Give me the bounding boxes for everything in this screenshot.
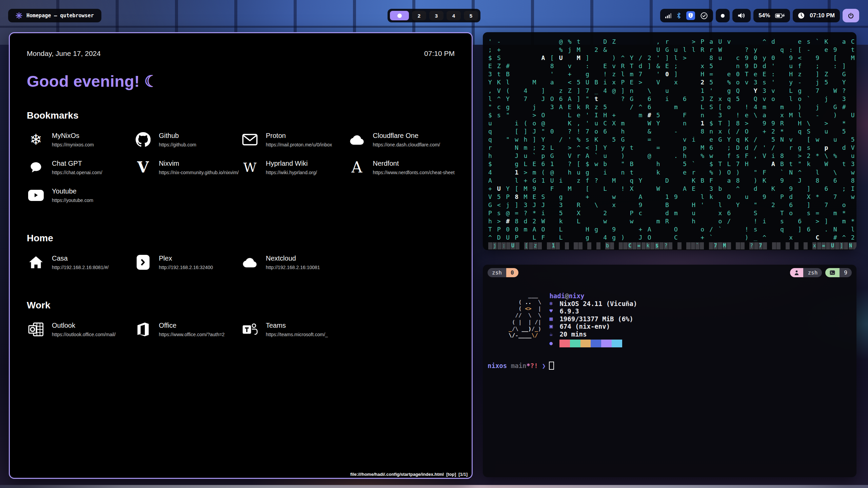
matrix-row: 4 1>m(@ hug i nt k er %)O) "F `N^ l \ wn… [488, 168, 851, 177]
workspace-button-active[interactable] [390, 11, 409, 20]
tray-battery-chip[interactable]: 54% [753, 9, 790, 22]
matrix-row: $ gLE61 ?[$wb "B h 5` $TL7H ABt"k W t3k … [488, 160, 851, 168]
matrix-row: Ps@=?*i 5 X 2 Pc dm u x6 S To s= m* 5 ME [488, 209, 851, 217]
chat-bubble-icon [27, 161, 45, 174]
bookmark-link[interactable]: Outlookhttps://outlook.office.com/mail/ [27, 322, 134, 337]
tmux-statusbar: zsh 0 zsh 9 [488, 268, 852, 277]
workspace-button-4[interactable]: 4 [447, 11, 461, 20]
qutebrowser-statusbar: file:///home/hadi/.config/startpage/inde… [350, 472, 468, 477]
network-signal-icon [665, 13, 671, 18]
prompt-arrow: ❯ [538, 362, 546, 369]
cmatrix-terminal-window: '- @%t DZ ,r >PaUv ^d es`K aC]4 K;+ %jM … [483, 32, 856, 250]
tray-clock-chip[interactable]: 07:10 PM [793, 9, 840, 22]
power-button[interactable] [843, 9, 859, 22]
plex-chevron-icon [134, 255, 152, 270]
letter-v-icon: V [134, 160, 152, 175]
office-icon [134, 322, 152, 337]
check-circle-icon [700, 12, 708, 20]
bookmark-name: Plex [159, 255, 213, 262]
bookmark-url: https://nix-community.github.io/nixvim/ [159, 170, 239, 175]
bookmark-name: Nextcloud [266, 255, 320, 262]
bookmark-link[interactable]: Youtubehttps://youtube.com [27, 187, 134, 203]
clock-label: 07:10 PM [810, 12, 835, 19]
startpage-sections: Bookmarks❄MyNixOshttps://mynixos.comGith… [27, 110, 455, 337]
workspace-button-3[interactable]: 3 [429, 11, 443, 20]
fastfetch-info-row: ▣674 (nix-env) [549, 323, 637, 330]
matrix-row: "cg j 3AEkRz5 /^6 m LS[o !4m m ) j G# L … [488, 103, 851, 111]
section-title: Bookmarks [27, 110, 455, 121]
color-swatch [601, 340, 612, 347]
fastfetch-host: nixy [569, 292, 585, 300]
bookmark-link[interactable]: ❄MyNixOshttps://mynixos.com [27, 132, 134, 147]
bookmark-text: Officehttps://www.office.com/?auth=2 [159, 322, 225, 337]
bookmark-link[interactable]: Casahttp://192.168.2.16:8081/#/ [27, 255, 134, 270]
fastfetch-swatches [559, 340, 622, 347]
bookmark-url: https://teams.microsoft.com/_ [266, 332, 328, 337]
tray-status-icons[interactable] [660, 9, 713, 22]
youtube-play-icon [27, 190, 45, 201]
prompt-git-dirty-flag: * [526, 362, 530, 369]
bookmark-text: Plexhttp://192.168.2.16:32400 [159, 255, 213, 270]
workspace-button-5[interactable]: 5 [464, 11, 478, 20]
terminal-cursor[interactable] [549, 362, 554, 370]
bookmark-link[interactable]: Cloudflare Onehttps://one.dash.cloudflar… [348, 132, 455, 147]
bookmark-url: https://one.dash.cloudflare.com/ [373, 142, 440, 147]
record-dot-icon [721, 14, 725, 18]
matrix-row: $s" >O Le'IH+ m#5 F n 3 !e\a xMl - ) U Y… [488, 111, 851, 119]
bookmark-link[interactable]: Officehttps://www.office.com/?auth=2 [134, 322, 241, 337]
bookmark-text: Youtubehttps://youtube.com [52, 187, 93, 203]
color-swatch [570, 340, 580, 347]
workspace-button-2[interactable]: 2 [412, 11, 426, 20]
active-window-title-chip[interactable]: Homepage — qutebrowser [8, 9, 101, 22]
bookmark-link[interactable]: Protonhttps://mail.proton.me/u/0/inbox [241, 132, 348, 147]
packages-icon: ▣ [549, 323, 559, 330]
battery-charging-icon [775, 13, 785, 19]
bookmark-link[interactable]: Teamshttps://teams.microsoft.com/_ [241, 322, 348, 337]
startpage-header: Monday, June 17, 2024 07:10 PM [27, 49, 455, 58]
bookmark-url: https://mail.proton.me/u/0/inbox [266, 142, 332, 147]
matrix-row: $S A[U M] )^Y/2']l> 8u c90y0 9< 9 [ MZD … [488, 54, 851, 62]
tmux-window-pill[interactable]: zsh 0 [488, 268, 518, 277]
matrix-row: q []J"0 ?!7o6 h & - 8nx(/O +2* qS u 5 c … [488, 127, 851, 136]
bookmark-link[interactable]: WHyprland Wikihttps://wiki.hyprland.org/ [241, 160, 348, 175]
matrix-row: r Nm;2L >^<]Y yt = p M6 ;Dd/'/ rgs p dVl… [488, 144, 851, 152]
prompt-git-status-flags: ?! [530, 362, 538, 369]
user-person-icon [790, 268, 803, 277]
bookmark-link[interactable]: Chat GPThttps://chat.openai.com/ [27, 160, 134, 175]
matrix-row: G<j]3JJ 3 R \ x 9 B H' l Y " 2 6 ] 7 o a… [488, 201, 851, 209]
bookmark-link[interactable]: Githubhttps://github.com [134, 132, 241, 147]
bookmark-url: https://youtube.com [52, 198, 93, 203]
bookmark-link[interactable]: ANerdfonthttps://www.nerdfonts.com/cheat… [348, 160, 455, 175]
bookmark-text: Outlookhttps://outlook.office.com/mail/ [52, 322, 116, 337]
bookmark-link[interactable]: VNixvimhttps://nix-community.github.io/n… [134, 160, 241, 175]
link-grid: Outlookhttps://outlook.office.com/mail/O… [27, 322, 455, 337]
bookmark-url: https://www.office.com/?auth=2 [159, 332, 225, 337]
fastfetch-info-text: 6.9.3 [559, 307, 579, 315]
matrix-row: h>#8d2W k L w w mR h o/ !i s 6 >] m* .N … [488, 217, 851, 225]
tray-volume-chip[interactable] [732, 9, 751, 22]
matrix-row: u i(o@ K,'uCXm WY n 1$T]8> 99R H\ > * g … [488, 119, 851, 127]
shell-prompt[interactable]: nixos main*?! ❯ [488, 362, 852, 370]
matrix-output: '- @%t DZ ,r >PaUv ^d es`K aC]4 K;+ %jM … [488, 38, 851, 242]
fastfetch-at: @ [565, 292, 569, 300]
bookmark-name: Nixvim [159, 160, 239, 167]
bookmark-name: Nerdfont [373, 160, 455, 167]
tmux-session-name: zsh [803, 268, 822, 277]
tray-recorder-chip[interactable] [716, 9, 730, 22]
bookmark-link[interactable]: Nextcloudhttp://192.168.2.16:10081 [241, 255, 348, 270]
os-icon: ❄ [549, 300, 559, 308]
tmux-pane-pill[interactable]: 9 [825, 268, 852, 277]
bookmark-text: Cloudflare Onehttps://one.dash.cloudflar… [373, 132, 440, 147]
matrix-row: ^DUP LF L g 4g) JO C +` )_^ x C #^2 y jl [488, 233, 851, 242]
fastfetch-info-row: ❄NixOS 24.11 (Vicuña) [549, 300, 637, 308]
bookmark-text: Protonhttps://mail.proton.me/u/0/inbox [266, 132, 332, 147]
system-tray: 54% 07:10 PM [660, 9, 859, 22]
tmux-session-pill[interactable]: zsh [790, 268, 822, 277]
bookmark-link[interactable]: Plexhttp://192.168.2.16:32400 [134, 255, 241, 270]
bookmark-url: https://www.nerdfonts.com/cheat-sheet [373, 170, 455, 175]
qutebrowser-logo-icon [16, 12, 22, 19]
fastfetch-info-row: ▦1969/31377 MiB (6%) [549, 315, 637, 323]
bookmark-name: Office [159, 322, 225, 329]
section-bookmarks: Bookmarks❄MyNixOshttps://mynixos.comGith… [27, 110, 455, 203]
letter-a-icon: A [348, 160, 366, 175]
